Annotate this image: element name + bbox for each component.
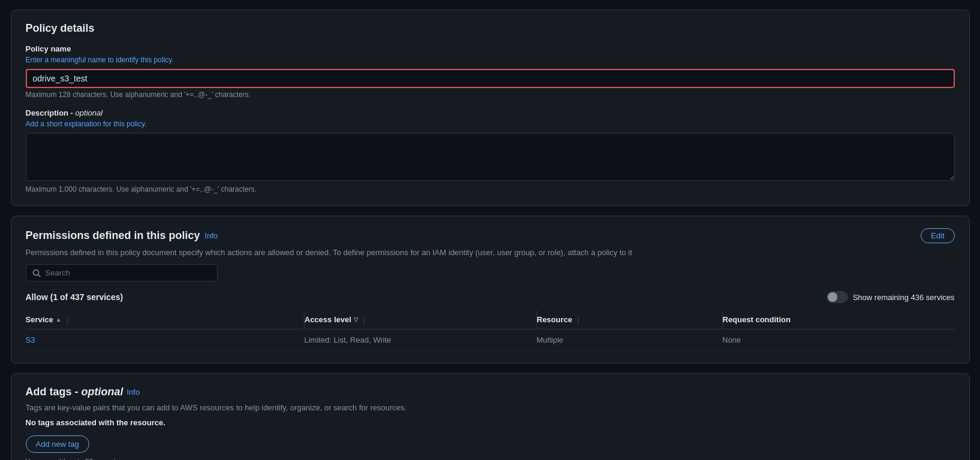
show-remaining-toggle[interactable]	[827, 291, 848, 303]
th-service: Service ▲ |	[26, 310, 304, 329]
permissions-search-input[interactable]	[46, 268, 211, 277]
show-remaining-label: Show remaining 436 services	[853, 293, 955, 302]
policy-details-title: Policy details	[26, 22, 955, 35]
permissions-title: Permissions defined in this policy	[26, 229, 200, 242]
permissions-title-row: Permissions defined in this policy Info	[26, 229, 218, 242]
edit-button[interactable]: Edit	[921, 228, 954, 243]
permissions-card: Permissions defined in this policy Info …	[11, 216, 970, 364]
description-label: Description - optional	[26, 108, 955, 117]
search-container	[26, 264, 218, 282]
add-new-tag-button[interactable]: Add new tag	[26, 435, 89, 453]
description-input[interactable]	[26, 133, 955, 181]
allow-row: Allow (1 of 437 services) Show remaining…	[26, 291, 955, 303]
td-access-level: Limited: List, Read, Write	[304, 329, 537, 351]
description-hint: Add a short explanation for this policy.	[26, 120, 955, 128]
search-icon	[32, 269, 41, 277]
permissions-desc: Permissions defined in this policy docum…	[26, 248, 955, 257]
sort-asc-icon: ▲	[56, 316, 62, 323]
svg-line-1	[38, 274, 40, 277]
th-access-level: Access level ▽ |	[304, 310, 537, 329]
table-row: S3 Limited: List, Read, Write Multiple N…	[26, 329, 955, 351]
th-resource: Resource |	[536, 310, 722, 329]
policy-name-input[interactable]	[26, 69, 955, 88]
tags-optional-label: optional	[82, 386, 123, 398]
tags-title-row: Add tags - optional Info	[26, 386, 955, 398]
policy-name-hint: Enter a meaningful name to identify this…	[26, 56, 955, 64]
policy-details-card: Policy details Policy name Enter a meani…	[11, 10, 970, 206]
permissions-table-header-row: Service ▲ | Access level ▽ |	[26, 310, 955, 329]
description-optional: optional	[76, 108, 103, 117]
policy-name-char-hint: Maximum 128 characters. Use alphanumeric…	[26, 90, 955, 99]
permissions-table: Service ▲ | Access level ▽ |	[26, 310, 955, 351]
description-char-hint: Maximum 1,000 characters. Use alphanumer…	[26, 185, 955, 193]
s3-service-link[interactable]: S3	[26, 335, 35, 344]
sort-desc-icon: ▽	[354, 316, 358, 323]
tags-desc: Tags are key-value pairs that you can ad…	[26, 403, 955, 412]
no-tags-text: No tags associated with the resource.	[26, 418, 955, 427]
tags-title: Add tags - optional	[26, 386, 123, 398]
add-tags-card: Add tags - optional Info Tags are key-va…	[11, 373, 970, 460]
policy-name-label: Policy name	[26, 44, 955, 53]
tags-info-link[interactable]: Info	[127, 388, 140, 397]
add-tag-hint: You can add up to 50 more tags.	[26, 458, 955, 460]
permissions-header: Permissions defined in this policy Info …	[26, 228, 955, 243]
page-wrapper: Policy details Policy name Enter a meani…	[11, 10, 970, 460]
td-service: S3	[26, 329, 304, 351]
permissions-info-link[interactable]: Info	[205, 231, 218, 240]
th-request-condition: Request condition	[722, 310, 955, 329]
toggle-row: Show remaining 436 services	[827, 291, 955, 303]
permissions-table-head: Service ▲ | Access level ▽ |	[26, 310, 955, 329]
td-resource: Multiple	[536, 329, 722, 351]
permissions-table-body: S3 Limited: List, Read, Write Multiple N…	[26, 329, 955, 351]
td-condition: None	[722, 329, 955, 351]
allow-title: Allow (1 of 437 services)	[26, 292, 123, 302]
